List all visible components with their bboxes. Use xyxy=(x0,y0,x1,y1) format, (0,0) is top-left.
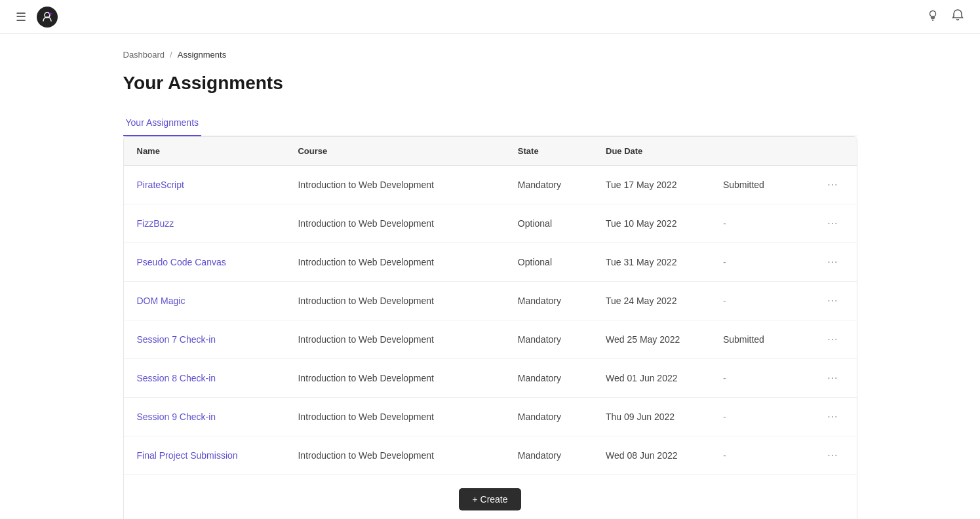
cell-actions-0: ··· xyxy=(798,166,856,204)
tab-your-assignments[interactable]: Your Assignments xyxy=(123,112,202,136)
cell-due-date-1: Tue 10 May 2022 xyxy=(593,204,710,243)
cell-status-0: Submitted xyxy=(710,166,798,204)
assignment-link-6[interactable]: Session 9 Check-in xyxy=(137,412,216,422)
col-header-name: Name xyxy=(124,137,285,166)
cell-name-0: PirateScript xyxy=(124,166,285,204)
cell-state-0: Mandatory xyxy=(505,166,593,204)
cell-status-1: - xyxy=(710,204,798,243)
cell-status-3: - xyxy=(710,282,798,320)
cell-due-date-4: Wed 25 May 2022 xyxy=(593,320,710,359)
cell-due-date-0: Tue 17 May 2022 xyxy=(593,166,710,204)
cell-course-3: Introduction to Web Development xyxy=(284,282,504,320)
more-options-button-2[interactable]: ··· xyxy=(822,254,843,271)
cell-state-6: Mandatory xyxy=(505,398,593,436)
cell-actions-1: ··· xyxy=(798,204,856,243)
assignments-table: Name Course State Due Date PirateScript … xyxy=(124,137,857,474)
table-row: Session 8 Check-in Introduction to Web D… xyxy=(124,359,857,398)
cell-status-6: - xyxy=(710,398,798,436)
cell-name-2: Pseudo Code Canvas xyxy=(124,243,285,282)
assignment-link-7[interactable]: Final Project Submission xyxy=(137,450,238,461)
assignment-link-0[interactable]: PirateScript xyxy=(137,180,184,190)
more-options-button-4[interactable]: ··· xyxy=(822,331,843,348)
col-header-status xyxy=(710,137,798,166)
more-options-button-0[interactable]: ··· xyxy=(822,176,843,193)
more-options-button-7[interactable]: ··· xyxy=(822,447,843,464)
cell-course-7: Introduction to Web Development xyxy=(284,436,504,475)
cell-course-0: Introduction to Web Development xyxy=(284,166,504,204)
logo-icon xyxy=(37,7,58,28)
table-header-row: Name Course State Due Date xyxy=(124,137,857,166)
breadcrumb-current: Assignments xyxy=(178,50,226,60)
table-row: Final Project Submission Introduction to… xyxy=(124,436,857,475)
bulb-icon[interactable] xyxy=(926,9,939,25)
table-row: PirateScript Introduction to Web Develop… xyxy=(124,166,857,204)
cell-actions-6: ··· xyxy=(798,398,856,436)
assignment-link-2[interactable]: Pseudo Code Canvas xyxy=(137,257,226,267)
cell-state-3: Mandatory xyxy=(505,282,593,320)
breadcrumb-dashboard[interactable]: Dashboard xyxy=(123,50,165,60)
cell-due-date-6: Thu 09 Jun 2022 xyxy=(593,398,710,436)
svg-point-1 xyxy=(930,11,936,17)
svg-point-2 xyxy=(932,20,933,21)
cell-actions-4: ··· xyxy=(798,320,856,359)
page-title: Your Assignments xyxy=(123,73,857,94)
tabs-container: Your Assignments xyxy=(123,112,857,136)
col-header-course: Course xyxy=(284,137,504,166)
table-row: DOM Magic Introduction to Web Developmen… xyxy=(124,282,857,320)
cell-name-4: Session 7 Check-in xyxy=(124,320,285,359)
table-footer: + Create xyxy=(124,474,857,519)
cell-due-date-2: Tue 31 May 2022 xyxy=(593,243,710,282)
breadcrumb-separator: / xyxy=(170,50,172,60)
more-options-button-3[interactable]: ··· xyxy=(822,292,843,309)
top-navigation: ☰ xyxy=(0,0,980,34)
bell-icon[interactable] xyxy=(951,9,964,25)
col-header-state: State xyxy=(505,137,593,166)
hamburger-icon[interactable]: ☰ xyxy=(16,10,26,24)
col-header-due-date: Due Date xyxy=(593,137,710,166)
create-button[interactable]: + Create xyxy=(459,488,520,510)
col-header-actions xyxy=(798,137,856,166)
cell-course-6: Introduction to Web Development xyxy=(284,398,504,436)
cell-actions-7: ··· xyxy=(798,436,856,475)
cell-due-date-3: Tue 24 May 2022 xyxy=(593,282,710,320)
cell-status-5: - xyxy=(710,359,798,398)
nav-left: ☰ xyxy=(16,7,58,28)
cell-actions-3: ··· xyxy=(798,282,856,320)
cell-name-5: Session 8 Check-in xyxy=(124,359,285,398)
main-content: Dashboard / Assignments Your Assignments… xyxy=(97,34,884,519)
table-row: Pseudo Code Canvas Introduction to Web D… xyxy=(124,243,857,282)
cell-name-6: Session 9 Check-in xyxy=(124,398,285,436)
breadcrumb: Dashboard / Assignments xyxy=(123,50,857,60)
cell-name-7: Final Project Submission xyxy=(124,436,285,475)
assignments-table-container: Name Course State Due Date PirateScript … xyxy=(123,136,857,519)
cell-state-4: Mandatory xyxy=(505,320,593,359)
assignment-link-1[interactable]: FizzBuzz xyxy=(137,218,174,229)
cell-status-7: - xyxy=(710,436,798,475)
cell-course-1: Introduction to Web Development xyxy=(284,204,504,243)
table-row: FizzBuzz Introduction to Web Development… xyxy=(124,204,857,243)
cell-state-7: Mandatory xyxy=(505,436,593,475)
cell-state-1: Optional xyxy=(505,204,593,243)
more-options-button-6[interactable]: ··· xyxy=(822,408,843,425)
cell-state-2: Optional xyxy=(505,243,593,282)
assignment-link-3[interactable]: DOM Magic xyxy=(137,296,186,306)
cell-actions-2: ··· xyxy=(798,243,856,282)
more-options-button-1[interactable]: ··· xyxy=(822,215,843,232)
nav-right xyxy=(926,9,964,25)
cell-name-3: DOM Magic xyxy=(124,282,285,320)
cell-status-2: - xyxy=(710,243,798,282)
more-options-button-5[interactable]: ··· xyxy=(822,370,843,387)
cell-due-date-7: Wed 08 Jun 2022 xyxy=(593,436,710,475)
cell-state-5: Mandatory xyxy=(505,359,593,398)
assignment-link-5[interactable]: Session 8 Check-in xyxy=(137,373,216,383)
cell-course-5: Introduction to Web Development xyxy=(284,359,504,398)
cell-course-4: Introduction to Web Development xyxy=(284,320,504,359)
cell-actions-5: ··· xyxy=(798,359,856,398)
cell-name-1: FizzBuzz xyxy=(124,204,285,243)
assignment-link-4[interactable]: Session 7 Check-in xyxy=(137,334,216,345)
cell-course-2: Introduction to Web Development xyxy=(284,243,504,282)
cell-due-date-5: Wed 01 Jun 2022 xyxy=(593,359,710,398)
cell-status-4: Submitted xyxy=(710,320,798,359)
table-row: Session 7 Check-in Introduction to Web D… xyxy=(124,320,857,359)
table-row: Session 9 Check-in Introduction to Web D… xyxy=(124,398,857,436)
